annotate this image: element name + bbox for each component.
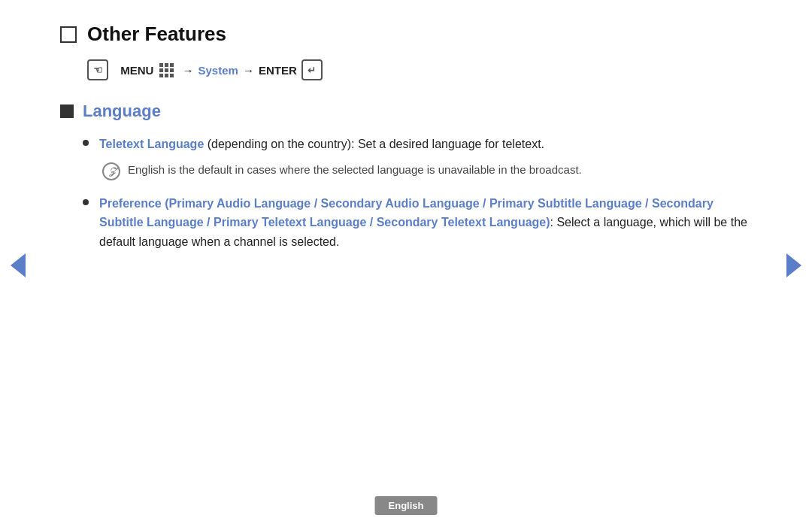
menu-word: MENU — [120, 64, 153, 77]
svg-rect-2 — [170, 63, 174, 67]
bullet-dot — [83, 199, 89, 205]
note-block: 𝒵 English is the default in cases where … — [102, 162, 752, 180]
svg-rect-6 — [159, 74, 163, 77]
bullet-dot — [83, 140, 89, 146]
arrow2: → — [243, 64, 254, 77]
svg-rect-3 — [159, 68, 163, 72]
svg-rect-0 — [159, 63, 163, 67]
section-heading: Other Features — [60, 23, 752, 46]
teletext-link: Teletext Language — [99, 138, 204, 150]
page-container: Other Features MENU → System → ENTER ↵ — [0, 0, 812, 530]
menu-grid-icon — [158, 62, 174, 78]
nav-arrow-right[interactable] — [786, 253, 801, 277]
svg-rect-4 — [165, 68, 168, 72]
note-icon: 𝒵 — [102, 162, 120, 180]
black-square-icon — [60, 104, 74, 118]
bullet-content-teletext: Teletext Language (depending on the coun… — [99, 135, 752, 180]
arrow1: → — [179, 64, 193, 77]
section-title: Other Features — [87, 23, 226, 46]
svg-rect-8 — [170, 74, 174, 77]
bottom-language-badge: English — [375, 496, 438, 515]
note-text: English is the default in cases where th… — [128, 162, 582, 179]
checkbox-icon — [60, 26, 77, 43]
list-item: Preference (Primary Audio Language / Sec… — [83, 194, 752, 252]
teletext-paragraph: Teletext Language (depending on the coun… — [99, 135, 752, 154]
teletext-body: (depending on the country): Set a desire… — [204, 138, 544, 150]
svg-rect-5 — [170, 68, 174, 72]
language-heading: Language — [60, 101, 752, 121]
language-section: Language Teletext Language (depending on… — [60, 101, 752, 251]
menu-hand-icon — [87, 59, 108, 80]
menu-label — [113, 64, 116, 77]
language-title: Language — [83, 101, 161, 121]
svg-rect-1 — [165, 63, 168, 67]
nav-arrow-left[interactable] — [11, 253, 26, 277]
enter-icon: ↵ — [301, 59, 323, 80]
bullet-content-preference: Preference (Primary Audio Language / Sec… — [99, 194, 752, 252]
system-label: System — [198, 64, 238, 77]
enter-word: ENTER — [259, 64, 297, 77]
menu-path: MENU → System → ENTER ↵ — [87, 59, 752, 80]
preference-paragraph: Preference (Primary Audio Language / Sec… — [99, 194, 752, 252]
svg-rect-7 — [165, 74, 168, 77]
list-item: Teletext Language (depending on the coun… — [83, 135, 752, 180]
bullet-list: Teletext Language (depending on the coun… — [60, 135, 752, 251]
